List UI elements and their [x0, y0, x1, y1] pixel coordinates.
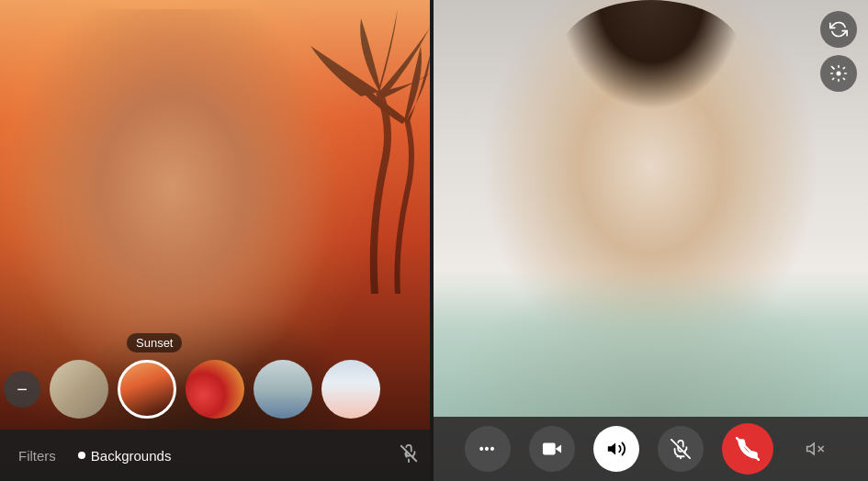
- end-call-icon: [736, 437, 760, 461]
- effects-button[interactable]: [820, 55, 857, 92]
- volume-button-right[interactable]: [792, 426, 838, 472]
- hair-overlay: [559, 0, 743, 110]
- mute-button-left[interactable]: [399, 443, 419, 468]
- svg-line-5: [737, 438, 759, 460]
- selected-bg-label: Sunset: [127, 333, 182, 352]
- background-selector: −: [0, 352, 430, 426]
- top-controls: [820, 11, 857, 92]
- more-options-button[interactable]: •••: [465, 426, 511, 472]
- bg-option-hotel[interactable]: [50, 360, 108, 419]
- right-toolbar: •••: [434, 417, 868, 481]
- local-video-panel: Sunset − Filters Backgrounds: [0, 0, 430, 481]
- left-toolbar: Filters Backgrounds: [0, 430, 430, 481]
- bg-option-sky[interactable]: [321, 360, 380, 419]
- microphone-muted-icon: [671, 439, 691, 459]
- tab-active-dot: [78, 452, 85, 459]
- minus-icon: −: [17, 379, 28, 400]
- more-dots-icon: •••: [479, 442, 496, 456]
- speaker-button[interactable]: [593, 426, 639, 472]
- remote-user-video: [434, 0, 868, 417]
- microphone-button[interactable]: [658, 426, 704, 472]
- camera-icon: [542, 439, 562, 459]
- svg-point-0: [837, 72, 841, 76]
- remove-bg-button[interactable]: −: [4, 371, 40, 408]
- svg-rect-2: [542, 443, 555, 455]
- tab-filters[interactable]: Filters: [11, 444, 63, 467]
- camera-button[interactable]: [529, 426, 575, 472]
- svg-marker-3: [607, 443, 614, 455]
- tab-backgrounds[interactable]: Backgrounds: [71, 444, 179, 467]
- shirt-overlay: [434, 270, 868, 417]
- bg-option-sunset[interactable]: [118, 360, 176, 419]
- svg-line-1: [832, 67, 835, 70]
- end-call-button[interactable]: [722, 423, 773, 475]
- volume-muted-icon: [806, 440, 824, 458]
- speaker-icon: [606, 439, 626, 459]
- bg-option-cartoon[interactable]: [186, 360, 244, 419]
- svg-marker-6: [806, 443, 814, 454]
- rotate-camera-button[interactable]: [820, 11, 857, 48]
- bg-option-room[interactable]: [254, 360, 312, 419]
- remote-video-panel: •••: [434, 0, 868, 481]
